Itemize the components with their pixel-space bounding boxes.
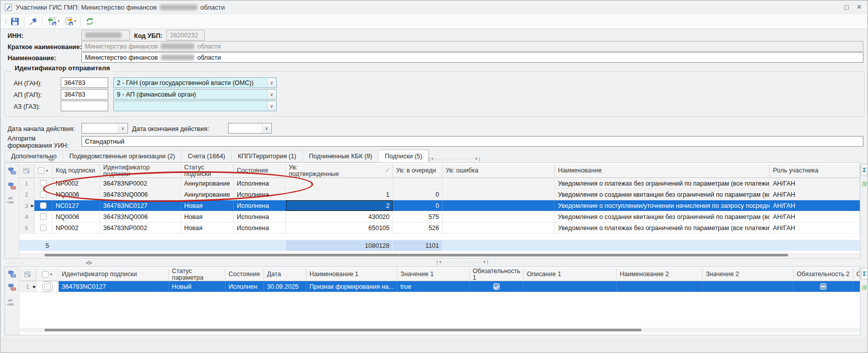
cell-role[interactable]: АН/ГАН [770,223,860,233]
cell-queued[interactable] [393,178,443,189]
cell-role[interactable]: АН/ГАН [770,178,860,189]
cell-name[interactable]: Уведомления о создании квитанции без огр… [555,189,770,200]
chevron-down-icon[interactable]: ∨ [267,90,276,99]
uin-algorithm-field[interactable]: Стандартный [81,136,863,147]
header-name1[interactable]: Наименование 1 [307,268,398,281]
inn-field[interactable] [81,30,130,40]
cell-name[interactable]: Уведомления о платежах без ограничений п… [555,178,770,189]
grid1-settings-header[interactable] [19,164,34,178]
cell-error[interactable] [443,211,555,222]
select-all-checkbox[interactable]: ▼ [34,164,53,178]
grid2-horizontal-scrollbar[interactable] [19,328,860,332]
cell-status[interactable]: Аннулирование [181,189,234,200]
grid2-freeze-handle[interactable]: ◂∥▸ [85,260,93,265]
cell-id[interactable]: 364783NP0002 [100,178,181,189]
cell-value2[interactable] [703,281,794,292]
row-checkbox[interactable] [36,281,59,292]
cell-id[interactable]: 364783NC0127 [100,200,181,211]
cell-state[interactable]: Исполнена [234,211,286,222]
cell-confirmed[interactable]: 650105 [286,223,393,233]
grid1-freeze-handle[interactable]: ◂∥▸ [48,157,55,162]
cell-desc1[interactable] [524,281,617,292]
table-row-selected[interactable]: 1▶ 364783NC0127 Новый Исполнен 30.09.202… [19,281,860,292]
grid2-settings-header[interactable] [19,268,36,281]
ubp-code-field[interactable]: 28200232 [166,30,205,40]
cell-status[interactable]: Новая [181,223,234,233]
import-button[interactable]: ▾ [45,15,62,27]
header-desc1[interactable]: Описание 1 [524,268,617,281]
table-row[interactable]: 5 NP0002 364783NP0002 Новая Исполнена 65… [19,223,860,234]
header-required1[interactable]: Обязательность 1 [470,268,524,281]
header-role[interactable]: Роль участника [770,164,860,178]
cell-queued[interactable]: 526 [393,223,443,233]
cell-error[interactable] [443,189,555,200]
header-code[interactable]: Код подписки [53,164,100,178]
header-confirmed[interactable]: Ув: подтвержденные [286,164,393,178]
cell-state[interactable]: Исполнена [234,189,286,200]
export-button[interactable]: ▾ [62,15,78,27]
cell-id[interactable]: 364783NC0127 [59,281,169,292]
chevron-down-icon[interactable]: ∨ [118,124,127,133]
cell-state[interactable]: Исполнена [234,178,286,189]
header-required2[interactable]: Обязательность 2 [794,268,853,281]
row-checkbox[interactable] [34,178,53,189]
cell-confirmed-focused[interactable]: 2 [286,200,393,211]
ap-gap-type-select[interactable]: 9 - АП (финансовый орган) ∨ [113,89,277,100]
grid1-info-button[interactable]: (i) [861,178,868,190]
header-name2[interactable]: Наименование 2 [617,268,703,281]
cell-status[interactable]: Аннулирование [181,178,234,189]
chevron-down-icon[interactable]: ∨ [267,78,276,87]
an-gan-type-select[interactable]: 2 - ГАН (орган государственной власти (О… [113,77,277,88]
scrollbar-thumb[interactable] [45,254,788,256]
header-value2[interactable]: Значение 2 [703,268,794,281]
unlink-records-icon[interactable] [8,182,17,190]
row-checkbox[interactable] [34,211,53,222]
cell-code[interactable]: NP0002 [53,178,100,189]
header-state[interactable]: Состояние [226,268,264,281]
transliterate-icon[interactable]: ab чав [7,196,14,204]
grid1-horizontal-scrollbar[interactable] [19,253,860,257]
cell-id[interactable]: 364783NP0002 [100,223,181,233]
cell-required2[interactable] [794,281,853,292]
table-row[interactable]: 1 NP0002 364783NP0002 Аннулирование Испо… [19,178,860,189]
refresh-button[interactable] [83,15,96,27]
cell-code[interactable]: NC0127 [53,200,100,211]
ap-gap-field[interactable]: 364783 [61,89,108,100]
cell-status[interactable]: Новая [181,211,234,222]
cell-date[interactable]: 30.09.2025 [264,281,307,292]
grid2-column-band-handle[interactable]: |▾····················▾| [437,259,488,264]
cell-name[interactable]: Уведомления о создании квитанции без огр… [555,211,770,222]
splitter-drag-dots[interactable]: ·········· [6,261,24,266]
cell-required1[interactable] [470,281,524,292]
export-dropdown-caret-icon[interactable]: ▾ [74,19,76,23]
cell-name[interactable]: Уведомления о платежах без ограничений п… [555,223,770,233]
date-end-select[interactable]: ∨ [228,123,272,134]
az-gaz-type-select[interactable]: ∨ [113,101,277,111]
table-row[interactable]: 2 NQ0006 364783NQ0006 Аннулирование Испо… [19,189,860,200]
tab-subscriptions[interactable]: Подписки (5) [379,150,429,163]
cell-value1[interactable]: true [398,281,470,292]
tab-subordinate-orgs[interactable]: Подведомственные организации (2) [63,150,182,162]
cell-name[interactable]: Уведомление о поступлении/уточнении начи… [555,200,770,211]
cell-id[interactable]: 364783NQ0006 [100,211,181,222]
checkbox-dropdown-caret-icon[interactable]: ▼ [46,169,49,172]
header-state[interactable]: Состояние [234,164,286,178]
grid2-info-button[interactable]: (i) [861,281,868,293]
chevron-down-icon[interactable]: ∨ [262,124,271,133]
table-row[interactable]: 4 NQ0006 364783NQ0006 Новая Исполнена 43… [19,211,860,223]
chevron-down-icon[interactable]: ∨ [267,102,276,110]
checkbox-dropdown-caret-icon[interactable]: ▼ [50,273,53,276]
cell-queued[interactable]: 575 [393,211,443,222]
row-checkbox[interactable] [34,200,53,211]
name-field[interactable]: Министерство финансов области [81,52,863,63]
grid1-sum-button[interactable]: Σ [861,164,868,176]
header-date[interactable]: Дата [264,268,307,281]
row-checkbox[interactable] [34,223,53,233]
header-param-status[interactable]: Статус параметра [169,268,226,281]
cell-name1[interactable]: Признак формирования на... [307,281,398,292]
linked-records-icon[interactable] [8,270,17,278]
header-value1[interactable]: Значение 1 [398,268,470,281]
cell-code[interactable]: NQ0006 [53,189,100,200]
date-start-select[interactable]: ∨ [81,123,128,134]
cell-error[interactable] [443,200,555,211]
